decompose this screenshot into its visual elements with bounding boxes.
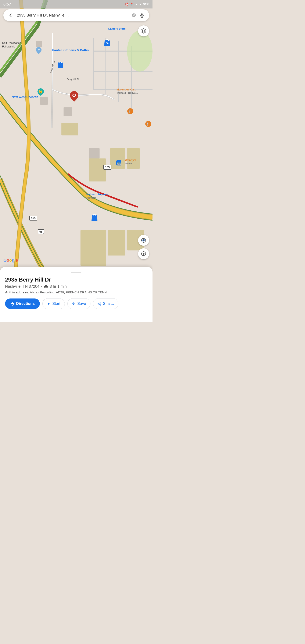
map-label-camera-store: Camera store — [108, 27, 126, 30]
svg-point-24 — [143, 240, 144, 241]
svg-rect-37 — [141, 13, 142, 16]
location-icon: 📍 — [130, 2, 134, 6]
status-bar: 6:57 ⏰ 📍 ▲ ▼ 91% — [0, 0, 152, 8]
svg-point-42 — [46, 287, 48, 288]
directions-button[interactable]: Directions — [5, 298, 40, 309]
bs-address: 2935 Berry Hill Dr — [5, 276, 148, 283]
google-logo: Google — [4, 258, 18, 263]
bs-actions: Directions Start Save — [5, 298, 148, 309]
save-label: Save — [77, 302, 86, 306]
poi-walmart[interactable] — [91, 214, 98, 222]
bs-businesses: Abtrax Recording, ADTP, FRENCH DRAINS OF… — [30, 290, 109, 294]
status-icons: ⏰ 📍 ▲ ▼ 91% — [125, 2, 149, 6]
svg-line-47 — [99, 303, 100, 304]
svg-rect-5 — [108, 230, 125, 256]
svg-rect-9 — [36, 41, 42, 47]
svg-text:🐱: 🐱 — [39, 90, 43, 94]
signal-icon: ▲ — [135, 2, 138, 6]
svg-text:🍴: 🍴 — [128, 109, 133, 114]
map-label-walmart: Walmart Superce... Delivery — [86, 193, 110, 200]
svg-point-41 — [44, 287, 45, 288]
bottom-sheet-handle — [71, 272, 81, 273]
svg-point-31 — [143, 253, 144, 255]
bs-info: Nashville, TN 37204 · 3 hr 1 min — [5, 284, 148, 289]
wifi-icon: ▼ — [139, 2, 142, 6]
svg-rect-43 — [72, 305, 75, 305]
bottom-sheet: 2935 Berry Hill Dr Nashville, TN 37204 ·… — [0, 267, 152, 322]
battery-icon: 91% — [143, 2, 149, 6]
status-time: 6:57 — [4, 2, 11, 6]
map-road-berry-hill-pl: Berry Hill Pl — [67, 78, 79, 80]
poi-new-west-records[interactable]: 🐱 — [37, 88, 44, 96]
svg-point-13 — [73, 94, 75, 96]
poi-merengue[interactable]: 🍴 — [127, 108, 134, 114]
poi-bus-stop[interactable]: 🚌 — [116, 160, 122, 166]
route-badge-155-1: 155 — [103, 165, 112, 170]
location-button[interactable] — [138, 248, 149, 259]
map-label-new-west: New West Records — [12, 95, 38, 99]
alarm-icon: ⏰ — [125, 2, 128, 6]
poi-hantel[interactable] — [57, 62, 64, 69]
svg-line-48 — [99, 304, 100, 305]
search-bar: 2935 Berry Hill Dr, Nashville,... — [4, 9, 149, 21]
back-button[interactable] — [7, 12, 14, 19]
save-icon — [72, 302, 76, 306]
map-label-merengue: Merengue Ca... Takeout · Delive... — [116, 88, 138, 95]
poi-church[interactable]: ✝ — [36, 46, 42, 54]
microphone-button[interactable] — [138, 12, 146, 19]
svg-point-45 — [100, 304, 101, 305]
car-icon — [44, 285, 48, 288]
start-icon — [47, 302, 50, 306]
svg-point-11 — [127, 31, 152, 72]
share-icon — [98, 302, 101, 306]
start-label: Start — [52, 302, 60, 306]
bs-city: Nashville, TN 37204 — [5, 284, 40, 289]
svg-rect-7 — [40, 97, 48, 105]
bs-at-address: At this address: — [5, 290, 29, 294]
svg-rect-0 — [62, 123, 78, 135]
svg-rect-8 — [64, 108, 72, 116]
svg-rect-1 — [89, 158, 106, 182]
svg-rect-4 — [80, 230, 106, 266]
map-label-wendys: Wendy's Delive... — [125, 158, 136, 165]
location-target-button[interactable] — [138, 235, 149, 246]
poi-restaurant-2[interactable]: 🍴 — [145, 121, 152, 127]
bs-subtitle: At this address: Abtrax Recording, ADTP,… — [5, 290, 148, 294]
route-badge-65: 65 — [38, 229, 44, 234]
layers-button[interactable] — [138, 26, 149, 36]
clear-button[interactable] — [130, 12, 137, 19]
poi-camera-store[interactable]: 🛍 — [104, 39, 110, 47]
map-label-self-realization: Self Realization Fellowship — [2, 41, 21, 48]
map-label-hantel: Hantel Kitchens & Baths — [52, 48, 89, 52]
save-button[interactable]: Save — [67, 298, 90, 309]
bs-drive-time: 3 hr 1 min — [50, 284, 67, 289]
svg-text:🍴: 🍴 — [146, 122, 151, 126]
bs-separator: · — [41, 284, 42, 289]
svg-text:🛍: 🛍 — [106, 42, 109, 45]
svg-text:✝: ✝ — [38, 48, 40, 52]
share-label: Shar... — [103, 302, 114, 306]
svg-point-46 — [98, 303, 99, 304]
directions-icon — [10, 302, 14, 306]
start-button[interactable]: Start — [42, 298, 65, 309]
share-button[interactable]: Shar... — [93, 298, 118, 309]
svg-point-44 — [100, 302, 101, 303]
svg-rect-10 — [89, 148, 100, 158]
directions-label: Directions — [16, 302, 35, 306]
search-query[interactable]: 2935 Berry Hill Dr, Nashville,... — [14, 13, 130, 18]
svg-text:🚌: 🚌 — [117, 161, 121, 165]
route-badge-155-2: 155 — [29, 216, 37, 220]
map-pin[interactable] — [70, 91, 78, 101]
